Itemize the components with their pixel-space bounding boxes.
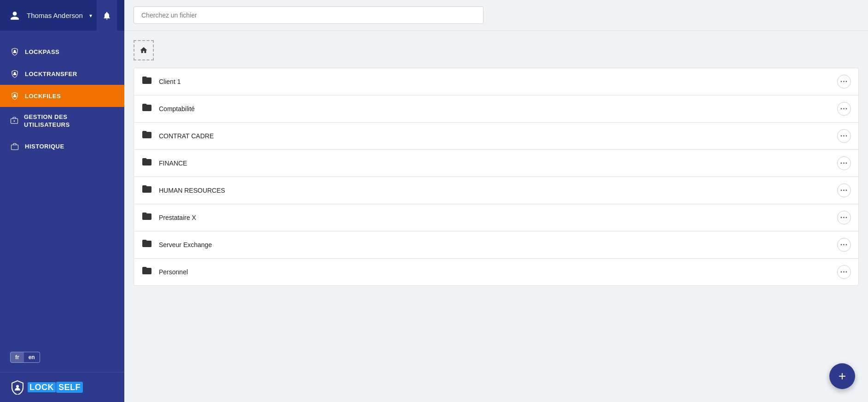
folder-name: Comptabilité: [159, 105, 831, 112]
user-header[interactable]: Thomas Anderson ▾: [0, 0, 124, 31]
gestion-label-block: GESTION DES UTILISATEURS: [24, 113, 70, 129]
lockself-logo-text: LOCKSELF: [28, 383, 83, 392]
sidebar-item-locktransfer[interactable]: LOCKTRANSFER: [0, 63, 124, 85]
folder-item[interactable]: Prestataire X ···: [134, 204, 859, 231]
sidebar-item-lockpass[interactable]: LOCKPASS: [0, 41, 124, 63]
folder-icon: [141, 102, 152, 116]
folder-menu-button[interactable]: ···: [837, 183, 851, 197]
folder-item[interactable]: FINANCE ···: [134, 149, 859, 177]
breadcrumb: [134, 40, 859, 60]
content-area: Client 1 ··· Comptabilité ··· CONTRAT CA…: [124, 31, 868, 402]
svg-rect-6: [12, 145, 18, 150]
dropdown-arrow-icon: ▾: [89, 12, 92, 19]
sidebar-item-lockfiles-label: LOCKFILES: [25, 93, 61, 100]
sidebar-item-lockfiles[interactable]: LOCKFILES: [0, 85, 124, 107]
nav-items: LOCKPASS LOCKTRANSFER LOCK: [0, 31, 124, 347]
lockfiles-shield-icon: [10, 91, 19, 100]
folder-menu-button[interactable]: ···: [837, 102, 851, 116]
self-text: SELF: [56, 382, 83, 393]
folder-item[interactable]: Personnel ···: [134, 258, 859, 286]
folder-icon: [141, 265, 152, 279]
folder-name: Prestataire X: [159, 214, 831, 221]
notification-bell-button[interactable]: [97, 0, 117, 31]
folder-name: HUMAN RESOURCES: [159, 187, 831, 194]
folder-menu-button[interactable]: ···: [837, 75, 851, 89]
folder-menu-button[interactable]: ···: [837, 211, 851, 225]
user-avatar-icon: [7, 8, 22, 23]
folder-name: Personnel: [159, 268, 831, 276]
folder-menu-button[interactable]: ···: [837, 265, 851, 279]
sidebar: Thomas Anderson ▾ LOCKPASS: [0, 0, 124, 402]
folder-item[interactable]: CONTRAT CADRE ···: [134, 122, 859, 149]
folder-item[interactable]: HUMAN RESOURCES ···: [134, 177, 859, 204]
folder-icon: [141, 156, 152, 170]
sidebar-item-locktransfer-label: LOCKTRANSFER: [25, 71, 77, 77]
lock-text: LOCK: [28, 382, 56, 392]
topbar: [124, 0, 868, 31]
folder-name: Serveur Exchange: [159, 241, 831, 248]
folder-menu-button[interactable]: ···: [837, 238, 851, 252]
home-button[interactable]: [134, 40, 154, 60]
lang-fr-button[interactable]: fr: [11, 352, 24, 362]
folder-list: Client 1 ··· Comptabilité ··· CONTRAT CA…: [134, 68, 859, 286]
gestion-suitcase-icon: [10, 116, 18, 126]
search-input[interactable]: [134, 6, 484, 24]
user-name: Thomas Anderson: [27, 12, 85, 19]
folder-icon: [141, 211, 152, 225]
lang-en-button[interactable]: en: [24, 352, 40, 362]
sidebar-logo: LOCKSELF: [0, 372, 124, 402]
folder-menu-button[interactable]: ···: [837, 156, 851, 170]
sidebar-item-historique[interactable]: HISTORIQUE: [0, 136, 124, 158]
folder-name: FINANCE: [159, 160, 831, 167]
folder-icon: [141, 75, 152, 89]
main-content: Client 1 ··· Comptabilité ··· CONTRAT CA…: [124, 0, 868, 402]
folder-item[interactable]: Serveur Exchange ···: [134, 231, 859, 258]
add-fab-button[interactable]: +: [829, 363, 855, 389]
folder-name: Client 1: [159, 78, 831, 85]
folder-menu-button[interactable]: ···: [837, 129, 851, 143]
gestion-label-line2: UTILISATEURS: [24, 121, 70, 129]
lang-toggle: fr en: [10, 352, 40, 363]
home-icon: [140, 46, 148, 54]
lang-switcher: fr en: [0, 347, 124, 372]
folder-icon: [141, 183, 152, 197]
gestion-label-line1: GESTION DES: [24, 113, 70, 121]
sidebar-item-historique-label: HISTORIQUE: [25, 143, 64, 150]
folder-item[interactable]: Comptabilité ···: [134, 95, 859, 122]
lockself-logo-icon: [10, 380, 25, 395]
folder-item[interactable]: Client 1 ···: [134, 68, 859, 95]
lockpass-shield-icon: [10, 47, 19, 56]
svg-point-7: [16, 385, 19, 388]
locktransfer-shield-icon: [10, 69, 19, 78]
folder-icon: [141, 238, 152, 252]
sidebar-item-lockpass-label: LOCKPASS: [25, 48, 59, 55]
sidebar-item-gestion[interactable]: GESTION DES UTILISATEURS: [0, 107, 124, 136]
historique-suitcase-icon: [10, 142, 19, 151]
folder-icon: [141, 129, 152, 143]
folder-name: CONTRAT CADRE: [159, 132, 831, 140]
